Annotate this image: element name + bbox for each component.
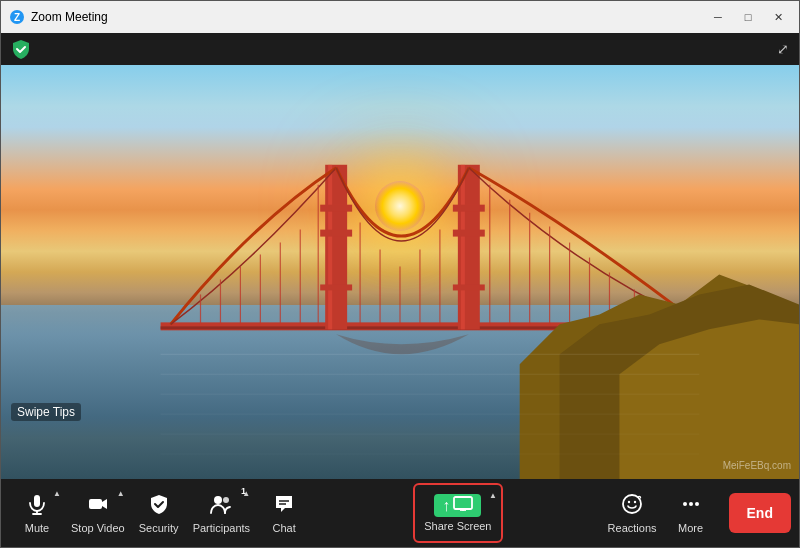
security-icon: [148, 493, 170, 518]
more-icon: [680, 493, 702, 518]
svg-rect-6: [320, 205, 352, 212]
water-decoration: [1, 305, 799, 479]
mute-button[interactable]: ▲ Mute: [9, 483, 65, 543]
meeting-header: ⤢: [1, 33, 799, 65]
mute-label: Mute: [25, 522, 49, 534]
sun-decoration: [375, 181, 425, 231]
stop-video-label: Stop Video: [71, 522, 125, 534]
share-screen-button[interactable]: ▲ ↑ Share Screen: [413, 483, 503, 543]
svg-rect-8: [320, 284, 352, 290]
svg-rect-49: [454, 497, 472, 509]
reactions-icon: [621, 493, 643, 518]
chat-button[interactable]: Chat: [256, 483, 312, 543]
toolbar: ▲ Mute ▲: [1, 479, 799, 547]
watermark: MeiFeEBq.com: [723, 460, 791, 471]
toolbar-right-btns: Reactions More End: [604, 483, 791, 543]
end-button[interactable]: End: [729, 493, 791, 533]
svg-point-55: [683, 502, 687, 506]
mute-icon: [26, 493, 48, 518]
maximize-button[interactable]: □: [735, 7, 761, 27]
zoom-window: Z Zoom Meeting ─ □ ✕ ⤢: [0, 0, 800, 548]
security-label: Security: [139, 522, 179, 534]
share-arrow-icon: ↑: [442, 497, 450, 515]
expand-icon[interactable]: ⤢: [777, 41, 789, 57]
video-chevron-icon: ▲: [117, 489, 125, 498]
app-icon: Z: [9, 9, 25, 25]
share-screen-icon-box: ↑: [434, 494, 481, 517]
svg-point-57: [695, 502, 699, 506]
svg-point-53: [628, 500, 630, 502]
svg-rect-44: [89, 499, 102, 509]
minimize-button[interactable]: ─: [705, 7, 731, 27]
toolbar-center: ▲ ↑ Share Screen: [413, 483, 503, 543]
svg-point-56: [689, 502, 693, 506]
video-area: MeiFeEBq.com Swipe Tips: [1, 65, 799, 479]
svg-rect-12: [453, 230, 485, 237]
stop-video-button[interactable]: ▲ Stop Video: [67, 483, 129, 543]
mute-chevron-icon: ▲: [53, 489, 61, 498]
video-icon: [87, 493, 109, 518]
svg-point-54: [634, 500, 636, 502]
reactions-label: Reactions: [608, 522, 657, 534]
participants-button[interactable]: 1 ▲ Participants: [189, 483, 254, 543]
title-bar: Z Zoom Meeting ─ □ ✕: [1, 1, 799, 33]
svg-point-45: [214, 496, 222, 504]
video-background: MeiFeEBq.com: [1, 65, 799, 479]
toolbar-left: ▲ Mute ▲: [9, 483, 312, 543]
reactions-button[interactable]: Reactions: [604, 483, 661, 543]
svg-rect-41: [34, 495, 40, 507]
window-controls: ─ □ ✕: [705, 7, 791, 27]
svg-rect-13: [453, 284, 485, 290]
share-screen-label: Share Screen: [424, 520, 491, 532]
svg-rect-7: [320, 230, 352, 237]
chat-label: Chat: [272, 522, 295, 534]
svg-rect-11: [453, 205, 485, 212]
more-button[interactable]: More: [663, 483, 719, 543]
window-title: Zoom Meeting: [31, 10, 705, 24]
participants-icon: [209, 493, 233, 518]
share-monitor-icon: [453, 496, 473, 515]
svg-text:Z: Z: [14, 12, 20, 23]
security-button[interactable]: Security: [131, 483, 187, 543]
svg-point-52: [623, 495, 641, 513]
share-chevron-icon: ▲: [489, 491, 497, 500]
svg-point-46: [223, 497, 229, 503]
participants-label: Participants: [193, 522, 250, 534]
security-shield-icon: [11, 39, 31, 59]
close-button[interactable]: ✕: [765, 7, 791, 27]
chat-icon: [273, 493, 295, 518]
more-label: More: [678, 522, 703, 534]
participants-chevron-icon: ▲: [242, 489, 250, 498]
swipe-tips: Swipe Tips: [11, 403, 81, 421]
